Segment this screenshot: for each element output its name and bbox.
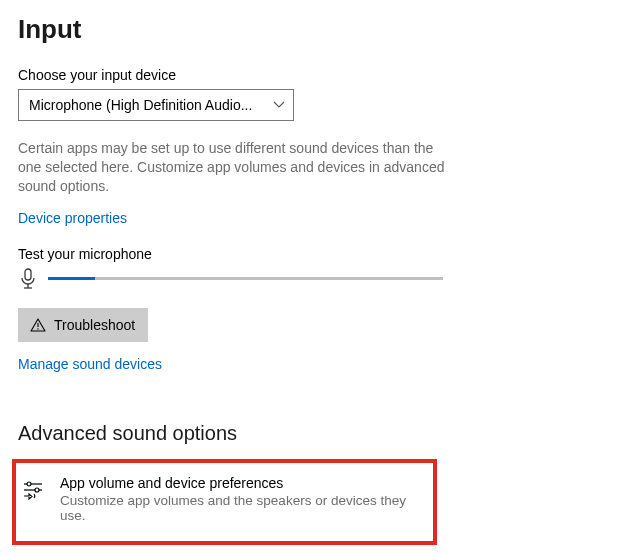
highlight-annotation: App volume and device preferences Custom… xyxy=(12,459,437,545)
app-volume-preferences-row[interactable]: App volume and device preferences Custom… xyxy=(22,475,427,523)
sliders-icon xyxy=(22,479,44,501)
svg-point-4 xyxy=(37,328,38,329)
microphone-level-fill xyxy=(48,277,95,280)
advanced-sound-heading: Advanced sound options xyxy=(18,422,608,445)
input-device-label: Choose your input device xyxy=(18,67,608,83)
warning-icon xyxy=(30,317,46,333)
microphone-icon xyxy=(18,268,38,290)
input-device-value: Microphone (High Definition Audio... xyxy=(29,97,252,113)
app-volume-title: App volume and device preferences xyxy=(60,475,427,491)
troubleshoot-label: Troubleshoot xyxy=(54,317,135,333)
svg-point-8 xyxy=(35,488,39,492)
svg-rect-0 xyxy=(25,269,31,280)
input-device-select[interactable]: Microphone (High Definition Audio... xyxy=(18,89,294,121)
manage-sound-devices-link[interactable]: Manage sound devices xyxy=(18,356,162,372)
app-volume-subtitle: Customize app volumes and the speakers o… xyxy=(60,493,427,523)
device-properties-link[interactable]: Device properties xyxy=(18,210,127,226)
input-device-help-text: Certain apps may be set up to use differ… xyxy=(18,139,458,196)
test-microphone-label: Test your microphone xyxy=(18,246,608,262)
svg-point-6 xyxy=(27,482,31,486)
chevron-down-icon xyxy=(273,99,285,111)
input-section-heading: Input xyxy=(18,14,608,45)
troubleshoot-button[interactable]: Troubleshoot xyxy=(18,308,148,342)
microphone-level-bar xyxy=(48,277,443,280)
